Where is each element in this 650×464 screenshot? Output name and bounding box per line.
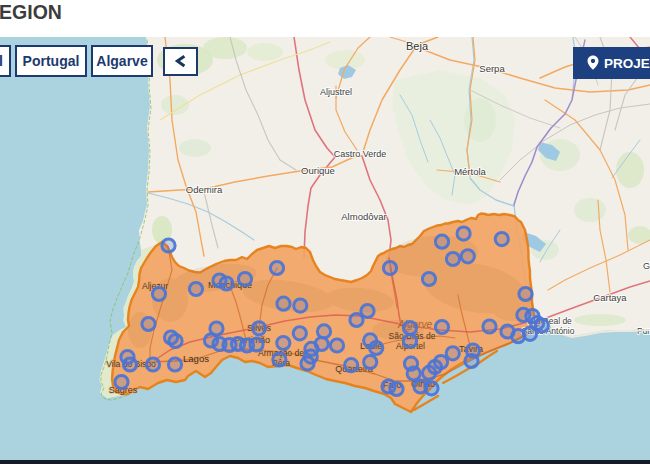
svg-text:Mértola: Mértola	[454, 166, 486, 177]
svg-text:Ourique: Ourique	[301, 165, 335, 176]
svg-text:Aljustrel: Aljustrel	[320, 87, 352, 97]
svg-text:Castro Verde: Castro Verde	[334, 149, 387, 159]
svg-text:Serpa: Serpa	[479, 63, 505, 74]
svg-text:Beja: Beja	[406, 40, 429, 52]
svg-text:Gib: Gib	[643, 261, 650, 271]
svg-text:Almodôvar: Almodôvar	[341, 211, 386, 222]
svg-text:Lagos: Lagos	[183, 353, 209, 364]
svg-text:Odemira: Odemira	[186, 184, 223, 195]
svg-text:Cartaya: Cartaya	[593, 292, 627, 303]
